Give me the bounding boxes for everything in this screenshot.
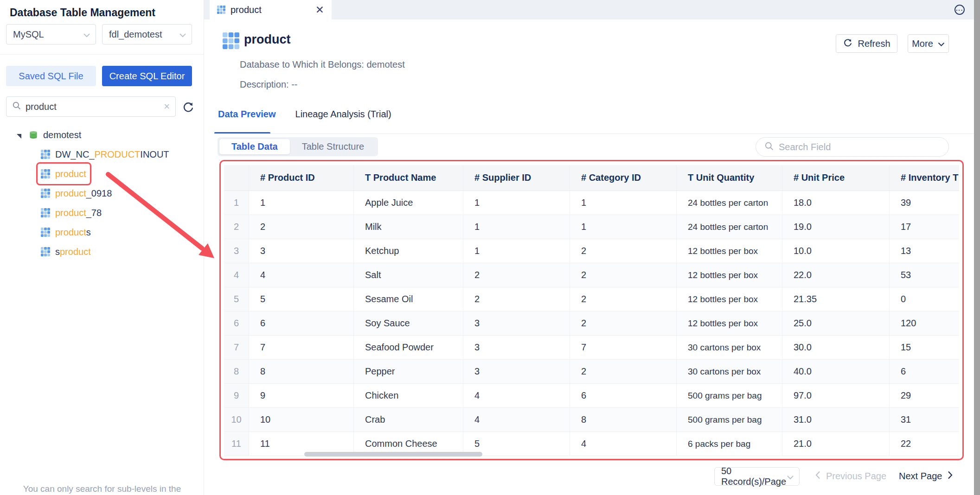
row-index-cell: 2 [224, 215, 249, 239]
table-cell: Milk [354, 215, 463, 239]
table-cell: 2 [570, 360, 677, 384]
row-index-cell: 7 [224, 336, 249, 360]
table-cell: 21.0 [782, 432, 890, 456]
tree-refresh-icon[interactable] [182, 101, 195, 114]
table-row[interactable]: 66Soy Sauce3212 bottles per box25.0120 [224, 311, 959, 336]
table-cell: 30.0 [782, 336, 890, 360]
tab-label: product [231, 5, 310, 15]
next-page-button[interactable]: Next Page [899, 471, 953, 482]
refresh-button[interactable]: Refresh [836, 34, 897, 53]
tab-options-icon[interactable]: ··· [954, 5, 965, 15]
window-scrollbar[interactable] [974, 0, 980, 495]
tab-lineage-analysis[interactable]: Lineage Analysis (Trial) [295, 109, 391, 120]
description-text: Description: -- [240, 79, 297, 90]
table-cell: 53 [890, 263, 959, 287]
table-cell: 3 [463, 336, 570, 360]
table-cell: 6 [570, 384, 677, 408]
table-cell: 40.0 [782, 360, 890, 384]
refresh-button-label: Refresh [858, 38, 890, 49]
caret-expanded-icon[interactable] [16, 132, 22, 138]
table-cell: 29 [890, 384, 959, 408]
page-size-value: 50 Record(s)/Page [721, 466, 787, 487]
tree-node-label: product_0918 [55, 188, 112, 199]
table-cell: 10 [249, 408, 354, 432]
table-cell: Sesame Oil [354, 287, 463, 311]
subtab-table-structure[interactable]: Table Structure [290, 139, 377, 154]
table-cell: 19.0 [782, 215, 890, 239]
page-size-select[interactable]: 50 Record(s)/Page [714, 467, 800, 486]
table-cell: 1 [570, 191, 677, 215]
table-icon [41, 247, 50, 256]
saved-sql-file-button[interactable]: Saved SQL File [6, 66, 96, 86]
database-icon [29, 130, 38, 140]
table-row[interactable]: 77Seafood Powder3730 cartons per box30.0… [224, 336, 959, 360]
chevron-down-icon [787, 471, 794, 482]
table-cell: 3 [463, 360, 570, 384]
table-cell: Pepper [354, 360, 463, 384]
table-row[interactable]: 11Apple Juice1124 bottles per carton18.0… [224, 191, 959, 215]
next-page-label: Next Page [899, 471, 942, 482]
tree-node-table[interactable]: product [0, 164, 204, 184]
tree-node-table[interactable]: product_78 [0, 203, 204, 222]
table-cell: 12 bottles per box [677, 311, 782, 336]
table-row[interactable]: 33Ketchup1212 bottles per box10.013 [224, 239, 959, 263]
table-cell: 2 [249, 215, 354, 239]
table-cell: 5 [249, 287, 354, 311]
row-index-cell: 1 [224, 191, 249, 215]
tabs-divider [214, 133, 974, 134]
table-row[interactable]: 22Milk1124 bottles per carton19.017 [224, 215, 959, 239]
table-row[interactable]: 1010Crab48500 grams per bag31.031 [224, 408, 959, 432]
database-select-value: fdl_demotest [109, 29, 162, 40]
table-cell: 22 [890, 432, 959, 456]
table-cell: 30 cartons per box [677, 360, 782, 384]
tree-node-table[interactable]: DW_NC_PRODUCTINOUT [0, 145, 204, 164]
table-row[interactable]: 44Salt2212 bottles per box22.053 [224, 263, 959, 287]
sidebar-footer-note: You can only search for sub-levels in th… [0, 484, 204, 494]
table-cell: 120 [890, 311, 959, 336]
more-button[interactable]: More [908, 34, 949, 53]
database-select[interactable]: fdl_demotest [102, 24, 192, 44]
previous-page-label: Previous Page [826, 471, 886, 482]
table-cell: 17 [890, 215, 959, 239]
tree-node-table[interactable]: sproduct [0, 242, 204, 261]
clear-icon[interactable]: × [164, 102, 170, 112]
refresh-icon [843, 38, 853, 50]
table-icon [41, 169, 50, 178]
field-search-input[interactable] [779, 142, 940, 152]
chevron-down-icon [938, 38, 945, 49]
row-index-cell: 3 [224, 239, 249, 263]
table-cell: 24 bottles per carton [677, 191, 782, 215]
table-cell: 6 [249, 311, 354, 336]
search-icon [12, 101, 21, 112]
table-cell: 2 [570, 311, 677, 336]
datasource-select[interactable]: MySQL [6, 24, 96, 44]
table-cell: 2 [570, 263, 677, 287]
previous-page-button[interactable]: Previous Page [815, 471, 886, 482]
tree-node-label: DW_NC_PRODUCTINOUT [55, 149, 169, 160]
tree-node-database[interactable]: demotest [0, 125, 204, 145]
table-cell: 6 [890, 360, 959, 384]
table-cell: 6 packs per bag [677, 432, 782, 456]
table-row[interactable]: 55Sesame Oil2212 bottles per box21.350 [224, 287, 959, 311]
table-cell: 7 [570, 336, 677, 360]
tab-data-preview[interactable]: Data Preview [218, 109, 276, 120]
tree-node-table[interactable]: product_0918 [0, 184, 204, 203]
row-index-cell: 8 [224, 360, 249, 384]
table-row[interactable]: 99Chicken46500 grams per bag97.029 [224, 384, 959, 408]
tab-product[interactable]: product ✕ [210, 0, 332, 19]
sidebar-search-input[interactable] [26, 102, 160, 112]
horizontal-scrollbar[interactable] [304, 452, 482, 457]
subtab-table-data[interactable]: Table Data [219, 139, 290, 154]
field-search[interactable] [756, 137, 949, 157]
tree-node-label: demotest [43, 130, 81, 140]
table-row[interactable]: 88Pepper3230 cartons per box40.06 [224, 360, 959, 384]
table-header-cell: T Unit Quantity [677, 165, 782, 191]
tree-node-table[interactable]: products [0, 222, 204, 242]
close-icon[interactable]: ✕ [315, 5, 324, 15]
row-index-cell: 4 [224, 263, 249, 287]
table-header-cell: T Product Name [354, 165, 463, 191]
table-cell: 24 bottles per carton [677, 215, 782, 239]
table-cell: 4 [249, 263, 354, 287]
create-sql-editor-button[interactable]: Create SQL Editor [102, 66, 192, 86]
sidebar-search[interactable]: × [6, 96, 176, 117]
